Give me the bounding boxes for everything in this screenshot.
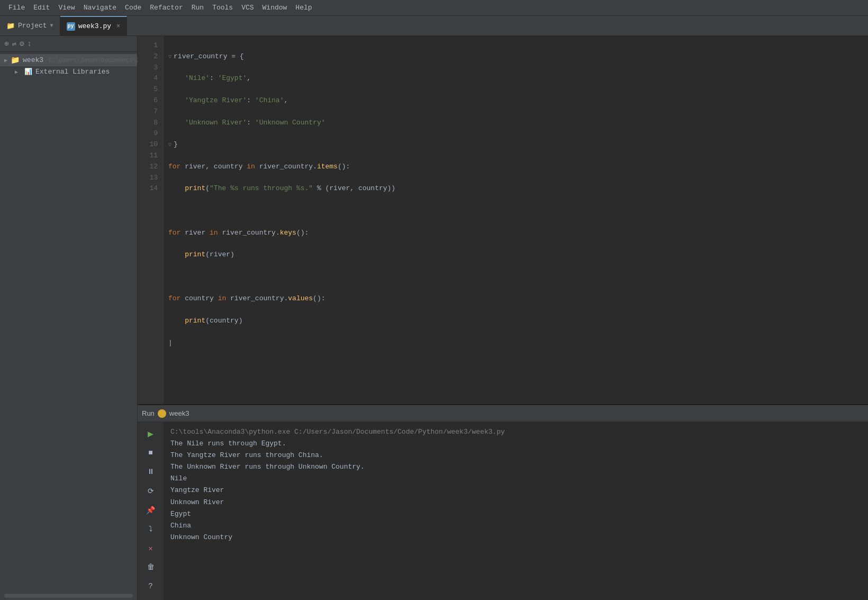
- run-label: Run: [142, 409, 155, 417]
- code-line-14: |: [168, 338, 868, 349]
- line-num-3: 3: [138, 62, 164, 74]
- editor-area: 1 2 3 4 5 6 7 8 9 10 11 12 13 14 ▽river_…: [138, 36, 868, 404]
- run-tab-label: week3: [169, 409, 189, 417]
- stop-button[interactable]: ■: [143, 445, 158, 460]
- code-line-3: 'Yangtze River': 'China',: [168, 95, 868, 106]
- external-libraries-label: External Libraries: [35, 68, 110, 76]
- code-line-6: for river, country in river_country.item…: [168, 162, 868, 173]
- line-num-6: 6: [138, 95, 164, 106]
- tabbar: 📁 Project ▼ py week3.py ×: [0, 16, 868, 36]
- menu-vcs[interactable]: VCS: [237, 0, 258, 15]
- settings-icon[interactable]: ⚙: [20, 39, 24, 48]
- code-line-10: print(river): [168, 249, 868, 261]
- code-container[interactable]: 1 2 3 4 5 6 7 8 9 10 11 12 13 14 ▽river_…: [138, 36, 868, 404]
- menu-code[interactable]: Code: [121, 0, 146, 15]
- output-line-8: China: [170, 520, 862, 532]
- output-line-1: The Nile runs through Egypt.: [170, 438, 862, 450]
- run-content: ▶ ■ ⏸ ⟳ 📌 ⤵ ✕ 🗑 ? C:\tools\Anaconda3\pyt…: [138, 422, 868, 600]
- project-tab[interactable]: 📁 Project ▼: [0, 16, 60, 35]
- menu-help[interactable]: Help: [291, 0, 316, 15]
- project-tab-label: Project: [18, 22, 47, 30]
- fold-btn-1[interactable]: ▽: [168, 54, 171, 60]
- menubar: File Edit View Navigate Code Refactor Ru…: [0, 0, 868, 16]
- line-numbers: 1 2 3 4 5 6 7 8 9 10 11 12 13 14: [138, 36, 164, 404]
- code-line-2: 'Nile': 'Egypt',: [168, 73, 868, 84]
- menu-run[interactable]: Run: [187, 0, 208, 15]
- fold-btn-5[interactable]: ▽: [168, 142, 171, 148]
- code-line-1: ▽river_country = {: [168, 51, 868, 62]
- menu-tools[interactable]: Tools: [208, 0, 237, 15]
- sidebar-tree: ▶ 📁 week3 C:\Users\Jason\Documents\C ▶ 📊…: [0, 52, 137, 592]
- file-tab-label: week3.py: [78, 22, 111, 30]
- line-num-8: 8: [138, 118, 164, 129]
- external-lib-arrow: ▶: [15, 69, 21, 75]
- line-num-9: 9: [138, 128, 164, 139]
- library-icon: 📊: [24, 68, 32, 76]
- run-panel: Run week3 ▶ ■ ⏸ ⟳ 📌 ⤵ ✕ 🗑 ?: [138, 404, 868, 600]
- output-line-5: Yangtze River: [170, 485, 862, 496]
- close-tab-button[interactable]: ×: [116, 23, 120, 30]
- sync-icon[interactable]: ⇌: [12, 39, 16, 48]
- menu-window[interactable]: Window: [258, 0, 292, 15]
- run-cmd-line: C:\tools\Anaconda3\python.exe C:/Users/J…: [170, 426, 862, 438]
- code-line-7: print("The %s runs through %s." % (river…: [168, 183, 868, 194]
- project-tab-arrow: ▼: [50, 23, 53, 29]
- line-num-2: 2: [138, 51, 164, 62]
- code-line-8: [168, 205, 868, 217]
- output-line-9: Unknown Country: [170, 532, 862, 543]
- sidebar: ⊕ ⇌ ⚙ ↕ ▶ 📁 week3 C:\Users\Jason\Documen…: [0, 36, 138, 600]
- sidebar-toolbar: ⊕ ⇌ ⚙ ↕: [0, 36, 137, 52]
- output-line-6: Unknown River: [170, 497, 862, 508]
- trash-button[interactable]: 🗑: [143, 560, 158, 575]
- code-line-9: for river in river_country.keys():: [168, 228, 868, 239]
- line-num-13: 13: [138, 173, 164, 184]
- code-line-11: [168, 272, 868, 283]
- line-num-5: 5: [138, 84, 164, 95]
- output-line-2: The Yangtze River runs through China.: [170, 450, 862, 461]
- line-num-1: 1: [138, 40, 164, 51]
- line-num-7: 7: [138, 106, 164, 118]
- file-tab-week3py[interactable]: py week3.py ×: [60, 16, 128, 35]
- close-run-button[interactable]: ✕: [143, 541, 158, 556]
- line-num-12: 12: [138, 162, 164, 173]
- wrap-button[interactable]: ⤵: [143, 522, 158, 536]
- line-num-4: 4: [138, 73, 164, 84]
- play-button[interactable]: ▶: [143, 426, 158, 441]
- menu-navigate[interactable]: Navigate: [79, 0, 121, 15]
- tree-item-external-libraries[interactable]: ▶ 📊 External Libraries: [0, 66, 137, 77]
- line-num-11: 11: [138, 150, 164, 162]
- project-path: C:\Users\Jason\Documents\C: [49, 57, 140, 64]
- run-tab-icon: [158, 409, 166, 418]
- menu-refactor[interactable]: Refactor: [146, 0, 187, 15]
- folder-icon: 📁: [6, 22, 15, 30]
- menu-file[interactable]: File: [4, 0, 29, 15]
- add-icon[interactable]: ⊕: [4, 39, 8, 48]
- main-area: ⊕ ⇌ ⚙ ↕ ▶ 📁 week3 C:\Users\Jason\Documen…: [0, 36, 868, 600]
- code-editor[interactable]: ▽river_country = { 'Nile': 'Egypt', 'Yan…: [164, 36, 868, 404]
- rerun-button[interactable]: ⟳: [143, 483, 158, 498]
- run-sidebar: ▶ ■ ⏸ ⟳ 📌 ⤵ ✕ 🗑 ?: [138, 422, 164, 600]
- folder-icon: 📁: [11, 56, 20, 65]
- project-name-label: week3: [23, 56, 43, 64]
- tree-expand-arrow: ▶: [4, 57, 7, 64]
- pin-button[interactable]: 📌: [143, 503, 158, 517]
- pause-button[interactable]: ⏸: [143, 464, 158, 479]
- run-toolbar: Run week3: [138, 405, 868, 422]
- code-line-13: print(country): [168, 316, 868, 327]
- output-line-7: Egypt: [170, 508, 862, 520]
- code-line-5: ▽}: [168, 139, 868, 150]
- sidebar-scrollbar[interactable]: [4, 594, 133, 598]
- python-file-icon: py: [67, 22, 75, 31]
- code-line-12: for country in river_country.values():: [168, 293, 868, 305]
- help-run-button[interactable]: ?: [143, 579, 158, 594]
- menu-view[interactable]: View: [54, 0, 79, 15]
- code-line-4: 'Unknown River': 'Unknown Country': [168, 118, 868, 129]
- menu-edit[interactable]: Edit: [29, 0, 54, 15]
- tree-item-week3[interactable]: ▶ 📁 week3 C:\Users\Jason\Documents\C: [0, 54, 137, 66]
- output-line-4: Nile: [170, 473, 862, 485]
- output-line-3: The Unknown River runs through Unknown C…: [170, 461, 862, 473]
- line-num-10: 10: [138, 139, 164, 150]
- run-title: Run week3: [142, 409, 189, 418]
- collapse-icon[interactable]: ↕: [27, 40, 31, 48]
- run-output: C:\tools\Anaconda3\python.exe C:/Users/J…: [164, 422, 868, 600]
